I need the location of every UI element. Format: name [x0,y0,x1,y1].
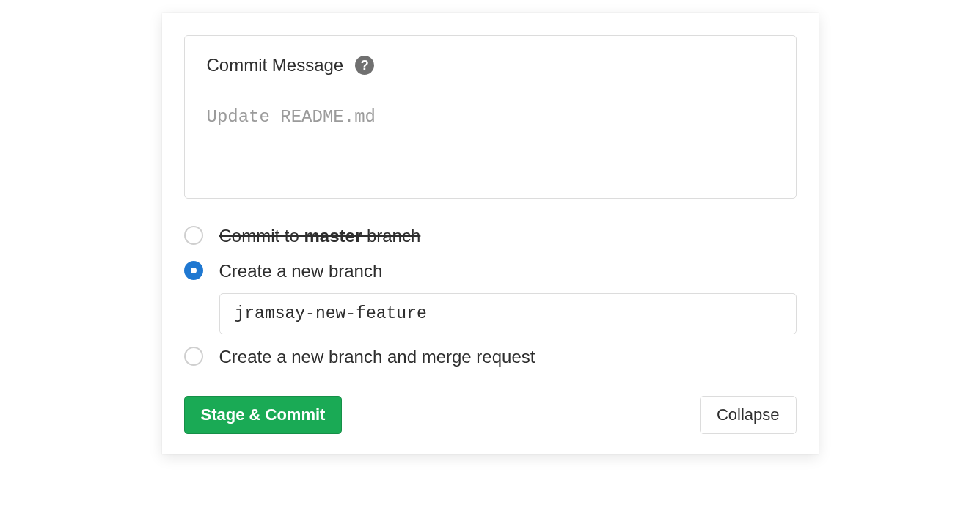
commit-master-prefix: Commit to [219,226,304,246]
commit-master-branch: master [304,226,362,246]
commit-master-suffix: branch [362,226,420,246]
option-commit-master[interactable]: Commit to master branch [184,224,797,249]
help-icon[interactable]: ? [355,56,374,75]
commit-message-box: Commit Message ? [184,35,797,199]
commit-message-header: Commit Message ? [207,55,774,89]
commit-message-input[interactable] [207,107,774,166]
option-new-branch-label: Create a new branch [219,261,383,281]
option-commit-master-label: Commit to master branch [219,226,421,246]
collapse-button[interactable]: Collapse [700,396,797,434]
branch-name-input[interactable] [219,293,797,334]
commit-panel: Commit Message ? Commit to master branch… [162,13,819,454]
radio-new-branch-mr[interactable] [184,347,203,366]
commit-message-label: Commit Message [207,55,344,76]
branch-options: Commit to master branch Create a new bra… [184,224,797,369]
option-new-branch-mr-label: Create a new branch and merge request [219,347,535,367]
button-row: Stage & Commit Collapse [184,396,797,434]
option-new-branch-mr[interactable]: Create a new branch and merge request [184,345,797,369]
radio-commit-master[interactable] [184,226,203,245]
stage-commit-button[interactable]: Stage & Commit [184,396,343,434]
radio-new-branch[interactable] [184,261,203,280]
option-new-branch[interactable]: Create a new branch [184,259,797,335]
